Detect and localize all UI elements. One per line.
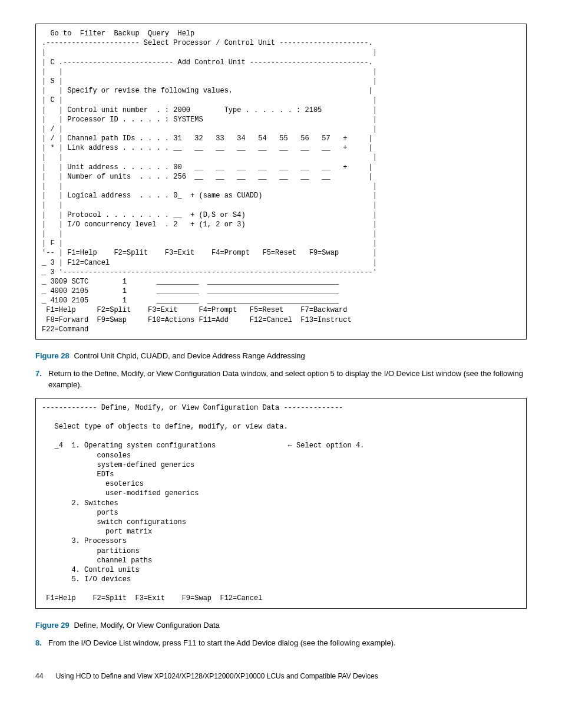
step-7-text: Return to the Define, Modify, or View Co… — [48, 368, 527, 391]
section-title: Using HCD to Define and View XP1024/XP12… — [56, 672, 378, 680]
page-footer: 44 Using HCD to Define and View XP1024/X… — [35, 672, 527, 680]
figure-29-terminal: ------------- Define, Modify, or View Co… — [35, 398, 527, 609]
figure-28-caption-text: Control Unit Chpid, CUADD, and Device Ad… — [74, 351, 305, 360]
figure-28-caption: Figure 28 Control Unit Chpid, CUADD, and… — [35, 351, 527, 360]
step-7-number: 7. — [35, 368, 48, 391]
step-8-number: 8. — [35, 638, 48, 649]
figure-29-caption: Figure 29 Define, Modify, Or View Config… — [35, 621, 527, 630]
figure-29-label: Figure 29 — [35, 621, 70, 630]
figure-28-label: Figure 28 — [35, 351, 70, 360]
step-8: 8. From the I/O Device List window, pres… — [35, 638, 527, 649]
page-number: 44 — [35, 672, 43, 680]
figure-28-terminal: Go to Filter Backup Query Help .--------… — [35, 24, 527, 340]
figure-29-caption-text: Define, Modify, Or View Configuration Da… — [74, 621, 219, 630]
step-8-text: From the I/O Device List window, press F… — [48, 638, 396, 649]
step-7: 7. Return to the Define, Modify, or View… — [35, 368, 527, 391]
